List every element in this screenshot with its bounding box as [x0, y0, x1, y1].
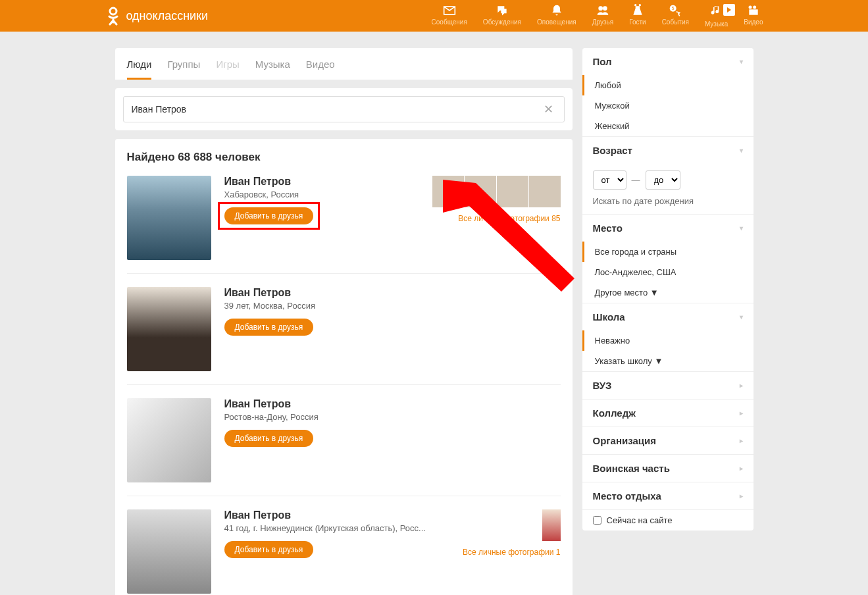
- brand-name: одноклассники: [126, 9, 209, 23]
- result-card: Иван Петров41 год, г. Нижнеудинск (Иркут…: [127, 509, 561, 595]
- svg-point-4: [639, 4, 641, 6]
- filter-age: Возраст ▾ от — до Искать по дате рождени…: [582, 137, 753, 215]
- svg-point-2: [603, 6, 607, 11]
- filter-option[interactable]: Другое место ▼: [582, 282, 753, 303]
- site-logo[interactable]: одноклассники: [105, 6, 209, 26]
- birthday-search-link[interactable]: Искать по дате рождения: [582, 196, 753, 214]
- user-name[interactable]: Иван Петров: [224, 398, 561, 410]
- svg-point-1: [598, 6, 603, 11]
- filter-collapsed-header[interactable]: Воинская часть▸: [582, 455, 753, 482]
- tab-Группы[interactable]: Группы: [167, 55, 200, 80]
- user-meta: Ростов-на-Дону, Россия: [224, 412, 561, 422]
- search-input[interactable]: [132, 104, 541, 115]
- photo-thumb[interactable]: [432, 176, 464, 207]
- photo-thumb[interactable]: [465, 176, 496, 207]
- add-friend-button[interactable]: Добавить в друзья: [224, 207, 314, 224]
- nav-guests[interactable]: Гости: [629, 4, 646, 28]
- tab-Игры: Игры: [216, 55, 239, 80]
- filter-school: Школа ▾ НеважноУказать школу ▼: [582, 303, 753, 372]
- search-box: ✕: [123, 96, 565, 122]
- results-panel: Найдено 68 688 человек Иван ПетровХабаро…: [115, 139, 573, 595]
- site-header: одноклассники СообщенияОбсужденияОповеще…: [0, 0, 868, 32]
- clear-icon[interactable]: ✕: [541, 102, 556, 116]
- ok-logo-icon: [105, 6, 121, 26]
- photo-thumbnails: [432, 176, 561, 207]
- chevron-down-icon: ▾: [740, 58, 743, 65]
- result-card: Иван ПетровХабаровск, РоссияДобавить в д…: [127, 176, 561, 274]
- nav-video[interactable]: Видео: [744, 4, 763, 28]
- nav-bell[interactable]: Оповещения: [537, 4, 576, 28]
- filter-collapsed-header[interactable]: ВУЗ▸: [582, 372, 753, 399]
- add-friend-button[interactable]: Добавить в друзья: [224, 430, 314, 447]
- filter-option[interactable]: Все города и страны: [582, 242, 753, 262]
- svg-point-8: [753, 6, 756, 9]
- nav-friends[interactable]: Друзья: [592, 4, 613, 28]
- user-avatar[interactable]: [127, 509, 211, 594]
- filter-ВУЗ: ВУЗ▸: [582, 372, 753, 400]
- user-meta: 41 год, г. Нижнеудинск (Иркутская област…: [224, 523, 449, 533]
- user-name[interactable]: Иван Петров: [224, 509, 449, 521]
- chevron-right-icon: ▸: [740, 437, 743, 444]
- filter-collapsed-header[interactable]: Место отдыха▸: [582, 482, 753, 509]
- svg-point-7: [748, 6, 752, 9]
- chevron-down-icon: ▾: [740, 147, 743, 154]
- photo-thumb[interactable]: [542, 509, 561, 541]
- main-column: ЛюдиГруппыИгрыМузыкаВидео ✕ Найдено 68 6…: [115, 48, 573, 595]
- svg-text:5: 5: [672, 6, 675, 11]
- online-now-checkbox[interactable]: [593, 516, 601, 525]
- header-nav: СообщенияОбсужденияОповещенияДрузьяГости…: [432, 4, 763, 28]
- tab-Музыка[interactable]: Музыка: [255, 55, 290, 80]
- filter-school-header[interactable]: Школа ▾: [582, 303, 753, 330]
- result-card: Иван Петров39 лет, Москва, РоссияДобавит…: [127, 287, 561, 385]
- chevron-down-icon: ▾: [740, 313, 743, 321]
- nav-events[interactable]: 5События: [662, 4, 689, 28]
- chevron-right-icon: ▸: [740, 382, 743, 389]
- user-avatar[interactable]: [127, 287, 211, 371]
- tab-Видео[interactable]: Видео: [306, 55, 335, 80]
- svg-point-0: [110, 8, 116, 14]
- svg-rect-9: [749, 9, 757, 14]
- chevron-right-icon: ▸: [740, 492, 743, 500]
- filter-age-header[interactable]: Возраст ▾: [582, 137, 753, 164]
- nav-mail[interactable]: Сообщения: [432, 4, 467, 28]
- age-from-select[interactable]: от: [593, 170, 626, 190]
- filter-gender: Пол ▾ ЛюбойМужскойЖенский: [582, 48, 753, 137]
- filter-option[interactable]: Лос-Анджелес, США: [582, 262, 753, 282]
- filter-option[interactable]: Женский: [582, 116, 753, 136]
- photo-thumb[interactable]: [497, 176, 528, 207]
- results-count: Найдено 68 688 человек: [127, 151, 561, 164]
- filter-option[interactable]: Мужской: [582, 95, 753, 116]
- result-card: Иван ПетровРостов-на-Дону, РоссияДобавит…: [127, 398, 561, 496]
- user-name[interactable]: Иван Петров: [224, 287, 561, 299]
- search-tabs: ЛюдиГруппыИгрыМузыкаВидео: [115, 48, 573, 80]
- online-now-checkbox-row: Сейчас на сайте: [582, 510, 753, 530]
- filter-Колледж: Колледж▸: [582, 400, 753, 427]
- svg-point-3: [634, 4, 636, 6]
- photo-thumb[interactable]: [529, 176, 561, 207]
- user-avatar[interactable]: [127, 176, 211, 260]
- chevron-right-icon: ▸: [740, 409, 743, 417]
- filter-option[interactable]: Любой: [582, 75, 753, 95]
- filter-collapsed-header[interactable]: Организация▸: [582, 427, 753, 454]
- filter-Воинская часть: Воинская часть▸: [582, 455, 753, 482]
- user-avatar[interactable]: [127, 398, 211, 482]
- user-meta: Хабаровск, Россия: [224, 190, 419, 199]
- add-friend-button[interactable]: Добавить в друзья: [224, 541, 314, 558]
- age-to-select[interactable]: до: [646, 170, 680, 190]
- filter-gender-header[interactable]: Пол ▾: [582, 48, 753, 75]
- add-friend-button[interactable]: Добавить в друзья: [224, 319, 314, 336]
- filter-collapsed-header[interactable]: Колледж▸: [582, 400, 753, 427]
- nav-music[interactable]: Музыка: [705, 4, 728, 28]
- user-meta: 39 лет, Москва, Россия: [224, 301, 561, 311]
- nav-chat[interactable]: Обсуждения: [483, 4, 521, 28]
- filter-place-header[interactable]: Место ▾: [582, 215, 753, 242]
- filter-Место отдыха: Место отдыха▸: [582, 482, 753, 510]
- filter-place: Место ▾ Все города и страныЛос-Анджелес,…: [582, 215, 753, 303]
- user-name[interactable]: Иван Петров: [224, 176, 419, 188]
- filter-option[interactable]: Неважно: [582, 330, 753, 351]
- tab-Люди[interactable]: Люди: [127, 55, 152, 80]
- all-photos-link[interactable]: Все личные фотографии 85: [458, 214, 560, 223]
- chevron-right-icon: ▸: [740, 465, 743, 472]
- filter-option[interactable]: Указать школу ▼: [582, 351, 753, 371]
- all-photos-link[interactable]: Все личные фотографии 1: [463, 548, 561, 557]
